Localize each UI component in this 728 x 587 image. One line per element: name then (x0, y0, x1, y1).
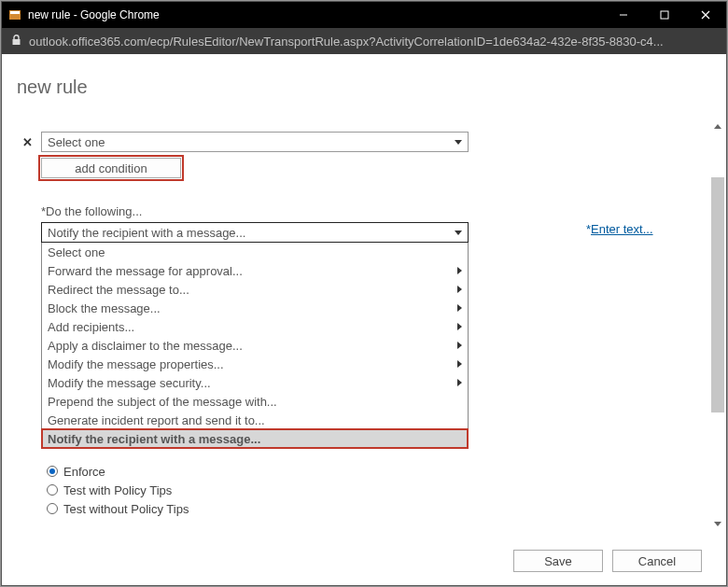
window-controls (603, 2, 726, 28)
condition-select[interactable]: Select one (41, 132, 469, 152)
dropdown-item-label: Redirect the message to... (48, 283, 189, 297)
mode-radio-group: EnforceTest with Policy TipsTest without… (47, 462, 711, 518)
submenu-caret-icon (457, 286, 462, 293)
action-dropdown-item[interactable]: Generate incident report and send it to.… (42, 411, 468, 429)
dropdown-item-label: Modify the message security... (48, 376, 211, 390)
dropdown-item-label: Select one (48, 245, 105, 259)
submenu-caret-icon (457, 323, 462, 330)
dropdown-item-label: Block the message... (48, 301, 161, 315)
action-section-label: *Do the following... (41, 204, 711, 218)
save-button[interactable]: Save (513, 550, 603, 572)
scrollbar-thumb[interactable] (711, 177, 724, 412)
page-title: new rule (17, 77, 711, 98)
submenu-caret-icon (457, 267, 462, 274)
cancel-button[interactable]: Cancel (612, 550, 702, 572)
save-button-label: Save (544, 554, 572, 568)
remove-condition-icon[interactable]: ✕ (21, 135, 34, 149)
dropdown-item-label: Apply a disclaimer to the message... (48, 339, 243, 353)
triangle-down-icon (714, 522, 721, 526)
chevron-down-icon (455, 231, 462, 235)
svg-rect-1 (10, 11, 20, 14)
url-bar[interactable]: outlook.office365.com/ecp/RulesEditor/Ne… (2, 28, 726, 54)
dropdown-item-label: Forward the message for approval... (48, 264, 243, 278)
close-button[interactable] (685, 2, 726, 28)
action-select-value: Notify the recipient with a message... (48, 226, 245, 240)
condition-row: ✕ Select one (21, 132, 711, 152)
action-dropdown-item[interactable]: Redirect the message to... (42, 280, 468, 299)
add-condition-button[interactable]: add condition (41, 158, 181, 178)
svg-rect-3 (661, 11, 668, 19)
window-title: new rule - Google Chrome (28, 8, 603, 21)
action-dropdown-item[interactable]: Add recipients... (42, 317, 468, 336)
submenu-caret-icon (457, 379, 462, 386)
dropdown-item-label: Generate incident report and send it to.… (48, 413, 265, 427)
add-condition-wrap: add condition (41, 158, 711, 178)
window-app-icon (7, 7, 22, 22)
form-body: ✕ Select one add condition *Do the follo… (17, 132, 711, 518)
add-condition-label: add condition (75, 161, 147, 175)
radio-icon (47, 503, 58, 514)
action-dropdown-item[interactable]: Prepend the subject of the message with.… (42, 392, 468, 411)
radio-icon (47, 466, 58, 477)
action-dropdown-item[interactable]: Apply a disclaimer to the message... (42, 336, 468, 355)
chrome-window: new rule - Google Chrome outlook.office3… (1, 1, 727, 586)
action-dropdown-item[interactable]: Forward the message for approval... (42, 261, 468, 280)
dropdown-item-label: Modify the message properties... (48, 357, 224, 371)
maximize-button[interactable] (644, 2, 685, 28)
mode-radio-row[interactable]: Test without Policy Tips (47, 499, 711, 518)
lock-icon (11, 35, 21, 49)
chevron-down-icon (455, 140, 462, 145)
dialog-footer: Save Cancel (513, 550, 702, 572)
radio-label: Test with Policy Tips (63, 483, 172, 497)
page: new rule ✕ Select one add condition *Do … (2, 54, 726, 585)
titlebar: new rule - Google Chrome (2, 2, 726, 28)
action-dropdown-item[interactable]: Block the message... (42, 299, 468, 317)
submenu-caret-icon (457, 342, 462, 349)
action-select[interactable]: Notify the recipient with a message... (41, 222, 469, 243)
action-dropdown-item[interactable]: Select one (42, 243, 468, 261)
cancel-button-label: Cancel (638, 554, 676, 568)
action-dropdown-item[interactable]: Modify the message properties... (42, 355, 468, 373)
action-select-wrap: Notify the recipient with a message... *… (41, 222, 711, 449)
action-dropdown-item[interactable]: Modify the message security... (42, 373, 468, 392)
enter-text-link-wrap: *Enter text... (586, 222, 653, 236)
radio-label: Enforce (63, 465, 105, 479)
radio-label: Test without Policy Tips (63, 502, 189, 516)
radio-icon (47, 484, 58, 496)
mode-radio-row[interactable]: Test with Policy Tips (47, 481, 711, 499)
action-dropdown: Select oneForward the message for approv… (41, 243, 469, 449)
scroll-down-button[interactable] (711, 519, 724, 528)
mode-radio-row[interactable]: Enforce (47, 462, 711, 481)
action-dropdown-item[interactable]: Notify the recipient with a message... (42, 429, 468, 448)
minimize-button[interactable] (603, 2, 644, 28)
dropdown-item-label: Prepend the subject of the message with.… (48, 395, 277, 409)
dropdown-item-label: Add recipients... (48, 320, 134, 334)
condition-select-value: Select one (48, 135, 105, 149)
dropdown-item-label: Notify the recipient with a message... (48, 432, 260, 446)
submenu-caret-icon (457, 304, 462, 312)
submenu-caret-icon (457, 360, 462, 368)
content-area: new rule ✕ Select one add condition *Do … (2, 54, 726, 585)
url-text: outlook.office365.com/ecp/RulesEditor/Ne… (29, 35, 664, 49)
svg-rect-6 (13, 39, 21, 45)
enter-text-link[interactable]: Enter text... (591, 222, 652, 236)
